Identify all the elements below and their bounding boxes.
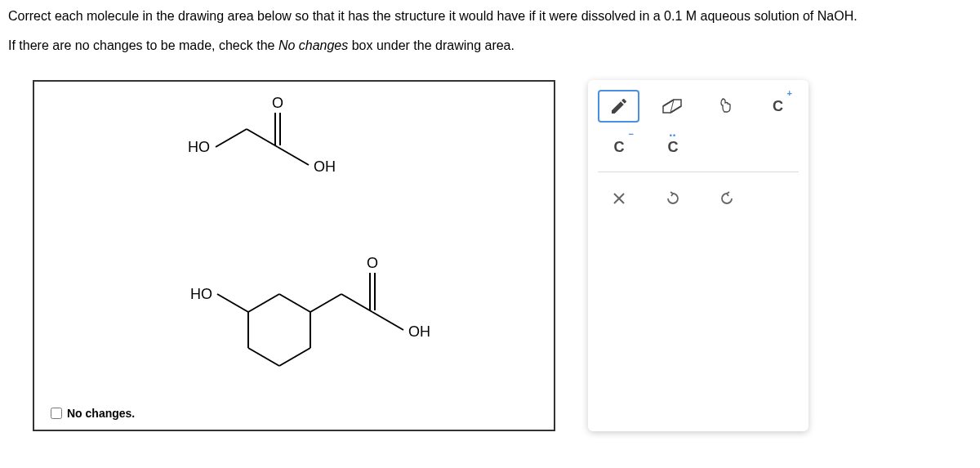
redo-button[interactable] [706,182,748,215]
molecule-2[interactable]: HO O OH [190,255,430,366]
pointer-icon [715,96,735,116]
svg-line-1 [247,129,278,147]
molecule-1[interactable]: HO O OH [188,95,336,175]
drawing-area[interactable]: HO O OH HO [33,80,555,431]
plus-icon: + [787,88,792,98]
divider [598,172,799,172]
no-changes-label[interactable]: No changes. [67,407,135,420]
no-changes-row: No changes. [51,407,135,420]
tool-row-1: C+ [598,90,799,123]
svg-line-16 [372,312,403,330]
anion-tool-button[interactable]: C− [598,131,640,163]
eraser-icon [661,98,684,114]
molecule-2-oh-label: OH [408,323,430,340]
molecule-2-o-label: O [367,255,378,271]
pointer-tool-button[interactable] [704,90,746,123]
instructions: Correct each molecule in the drawing are… [0,0,980,72]
undo-button[interactable] [652,182,694,215]
tool-row-2: C− ••C [598,131,799,163]
cation-c-label: C [773,98,783,115]
svg-line-10 [248,348,279,366]
close-icon [612,191,626,206]
molecule-canvas[interactable]: HO O OH HO [157,90,483,400]
pencil-icon [609,96,629,116]
no-changes-checkbox[interactable] [51,408,62,419]
radical-tool-button[interactable]: ••C [652,131,694,163]
molecule-1-ho-label: HO [188,139,210,155]
svg-line-5 [217,294,248,312]
undo-icon [665,190,681,207]
eraser-tool-button[interactable] [651,90,693,123]
svg-line-0 [216,129,247,147]
clear-button[interactable] [598,182,640,215]
workspace: HO O OH HO [0,72,980,439]
molecule-1-o-label: O [272,95,283,111]
tool-row-3 [598,182,799,215]
svg-line-13 [341,294,372,312]
svg-line-12 [310,294,341,312]
instruction-line-1: Correct each molecule in the drawing are… [8,7,972,26]
instruction-line-2: If there are no changes to be made, chec… [8,36,972,56]
anion-c-label: C [614,139,625,156]
tool-palette: C+ C− ••C [588,80,808,431]
svg-line-7 [279,294,310,312]
svg-line-4 [278,147,309,165]
draw-tool-button[interactable] [598,90,639,123]
dots-icon: •• [670,131,676,140]
minus-icon: − [629,129,634,139]
molecule-1-oh-label: OH [314,158,336,175]
cation-tool-button[interactable]: C+ [757,90,799,123]
svg-line-6 [248,294,279,312]
molecule-2-ho-label: HO [190,286,212,302]
svg-line-9 [279,348,310,366]
radical-c-label: C [668,139,679,156]
redo-icon [719,190,735,207]
